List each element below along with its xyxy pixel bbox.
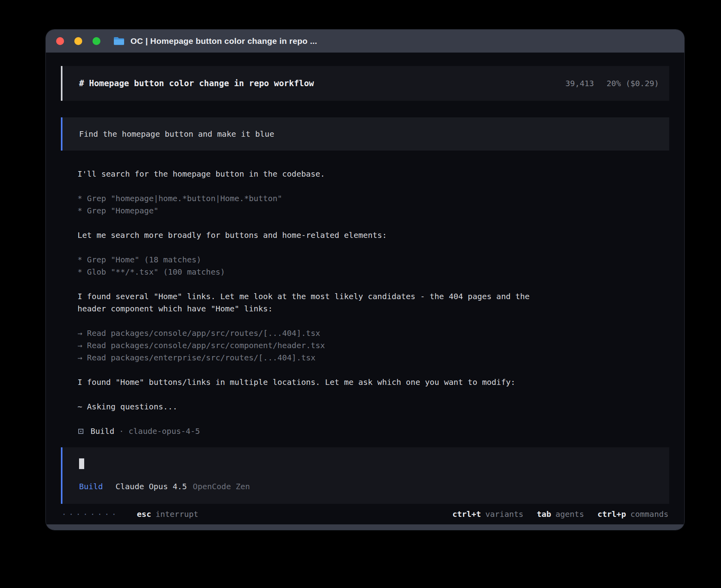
arrow-right-icon: → bbox=[77, 353, 82, 362]
tool-call-grep-2: * Grep "Homepage" bbox=[77, 205, 548, 217]
agent-separator: · bbox=[119, 425, 124, 437]
assistant-text-intro: I'll search for the homepage button in t… bbox=[77, 168, 548, 180]
input-agent-mode[interactable]: Build bbox=[79, 482, 103, 491]
progress-dots: ········ bbox=[62, 509, 119, 519]
shortcut-variants: ctrl+t variants bbox=[452, 509, 523, 519]
traffic-lights bbox=[56, 37, 100, 45]
status-bar: ········ esc interrupt ctrl+t variants t… bbox=[46, 504, 684, 524]
assistant-text-broaden: Let me search more broadly for buttons a… bbox=[77, 229, 548, 241]
user-message-text: Find the homepage button and make it blu… bbox=[79, 129, 274, 139]
assistant-text-ask: I found "Home" buttons/links in multiple… bbox=[77, 376, 548, 388]
user-message: Find the homepage button and make it blu… bbox=[61, 117, 669, 151]
input-provider: OpenCode Zen bbox=[193, 482, 250, 491]
titlebar: OC | Homepage button color change in rep… bbox=[46, 30, 684, 53]
agent-model: claude-opus-4-5 bbox=[128, 425, 200, 437]
context-usage: 20% ($0.29) bbox=[607, 79, 659, 88]
tool-call-glob: * Glob "**/*.tsx" (100 matches) bbox=[77, 266, 548, 278]
tool-marker-icon: * bbox=[77, 267, 82, 277]
esc-key-hint: esc bbox=[137, 509, 151, 519]
text-cursor bbox=[79, 458, 84, 469]
terminal-window: OC | Homepage button color change in rep… bbox=[46, 30, 684, 530]
session-title: # Homepage button color change in repo w… bbox=[79, 79, 314, 88]
close-button[interactable] bbox=[56, 37, 64, 45]
arrow-right-icon: → bbox=[77, 328, 82, 338]
session-stats: 39,413 20% ($0.29) bbox=[565, 79, 659, 88]
arrow-right-icon: → bbox=[77, 341, 82, 350]
zoom-button[interactable] bbox=[92, 37, 100, 45]
status-bar-right: ctrl+t variants tab agents ctrl+p comman… bbox=[452, 509, 668, 519]
tool-call-read-2: → Read packages/console/app/src/componen… bbox=[77, 339, 548, 352]
flex-spacer bbox=[61, 437, 669, 447]
assistant-messages: I'll search for the homepage button in t… bbox=[77, 168, 548, 437]
agent-name: Build bbox=[91, 425, 114, 437]
agent-status-row: Build · claude-opus-4-5 bbox=[77, 425, 548, 437]
session-header: # Homepage button color change in repo w… bbox=[61, 66, 669, 101]
esc-hint-label: interrupt bbox=[155, 509, 198, 519]
prompt-input[interactable]: Build Claude Opus 4.5 OpenCode Zen bbox=[61, 447, 669, 504]
minimize-button[interactable] bbox=[74, 37, 82, 45]
input-model[interactable]: Claude Opus 4.5 bbox=[115, 482, 187, 491]
tool-call-grep-3: * Grep "Home" (18 matches) bbox=[77, 254, 548, 266]
assistant-text-candidates: I found several "Home" links. Let me loo… bbox=[77, 290, 548, 315]
shortcut-commands: ctrl+p commands bbox=[597, 509, 668, 519]
asking-questions-status: ~ Asking questions... bbox=[77, 401, 548, 413]
window-bottom-edge bbox=[46, 524, 684, 530]
tool-marker-icon: * bbox=[77, 194, 82, 203]
tool-call-read-1: → Read packages/console/app/src/routes/[… bbox=[77, 327, 548, 339]
session-content: # Homepage button color change in repo w… bbox=[46, 53, 684, 504]
window-title: OC | Homepage button color change in rep… bbox=[130, 36, 317, 46]
shortcut-agents: tab agents bbox=[537, 509, 584, 519]
tool-marker-icon: * bbox=[77, 206, 82, 215]
tool-call-grep-1: * Grep "homepage|home.*button|Home.*butt… bbox=[77, 192, 548, 205]
folder-icon bbox=[113, 36, 125, 46]
tool-call-read-3: → Read packages/enterprise/src/routes/[.… bbox=[77, 352, 548, 364]
input-footer: Build Claude Opus 4.5 OpenCode Zen bbox=[79, 482, 653, 491]
status-bar-left: ········ esc interrupt bbox=[62, 509, 198, 519]
token-count: 39,413 bbox=[565, 79, 594, 88]
agent-square-icon bbox=[78, 429, 83, 434]
tool-marker-icon: * bbox=[77, 255, 82, 264]
